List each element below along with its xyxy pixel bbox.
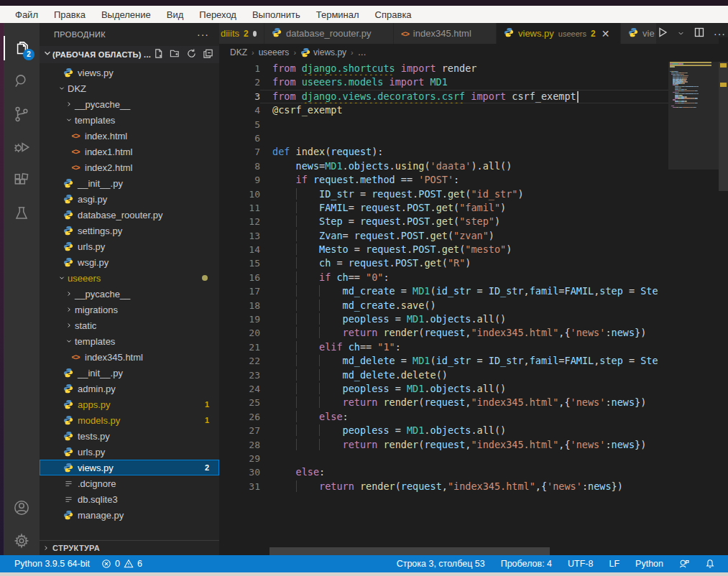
menu-item-Терминал[interactable]: Терминал bbox=[308, 8, 367, 22]
line-number[interactable]: 3 bbox=[219, 90, 260, 103]
code-line-18[interactable]: 18 md_create.save() bbox=[219, 299, 668, 312]
python-interpreter-status[interactable]: Python 3.9.5 64-bit bbox=[9, 559, 96, 569]
tree-file-index345.html[interactable]: <>index345.html bbox=[40, 349, 219, 365]
code-line-23[interactable]: 23 md_delete.delete() bbox=[219, 368, 668, 382]
code-line-11[interactable]: 11 FAMIL= request.POST.get("famil") bbox=[219, 201, 668, 215]
line-number[interactable]: 22 bbox=[219, 354, 260, 368]
tree-folder-templates[interactable]: templates bbox=[40, 333, 219, 349]
code-line-28[interactable]: 28 return render(request,"index345.html"… bbox=[219, 438, 668, 452]
minimap[interactable] bbox=[668, 62, 719, 547]
line-number[interactable]: 11 bbox=[219, 201, 260, 215]
activity-accounts[interactable] bbox=[4, 491, 40, 524]
code-line-14[interactable]: 14 Mesto = request.POST.get("mesto") bbox=[219, 243, 668, 256]
tree-file-index1.html[interactable]: <>index1.html bbox=[40, 144, 219, 159]
indentation-status[interactable]: Пробелов: 4 bbox=[495, 559, 558, 569]
menu-item-Файл[interactable]: Файл bbox=[7, 8, 46, 22]
tree-file-database_roouter.py[interactable]: database_roouter.py bbox=[40, 207, 219, 223]
tree-folder-templates[interactable]: templates bbox=[40, 112, 219, 128]
tree-folder-migrations[interactable]: migrations bbox=[40, 302, 219, 317]
code-line-20[interactable]: 20 return render(request,"index345.html"… bbox=[219, 326, 668, 340]
code-line-10[interactable]: 10 ID_str = request.POST.get("id_str") bbox=[219, 187, 668, 201]
cursor-position-status[interactable]: Строка 3, столбец 53 bbox=[391, 559, 491, 569]
menu-item-Выделение[interactable]: Выделение bbox=[93, 8, 159, 22]
line-number[interactable]: 5 bbox=[219, 118, 260, 131]
tree-file-settings.py[interactable]: settings.py bbox=[40, 223, 219, 238]
tab-views.py[interactable]: views.pyuseeers2✕ bbox=[497, 23, 621, 44]
more-actions-icon[interactable]: ··· bbox=[197, 29, 209, 40]
tree-file-models.py[interactable]: models.py1 bbox=[40, 412, 219, 428]
tree-folder-DKZ[interactable]: DKZ bbox=[40, 80, 219, 96]
activity-explorer[interactable]: 2 bbox=[4, 32, 40, 65]
code-line-27[interactable]: 27 peopless = MD1.objects.all() bbox=[219, 424, 668, 437]
line-number[interactable]: 28 bbox=[219, 438, 260, 452]
code-line-5[interactable]: 5 bbox=[219, 118, 668, 131]
line-number[interactable]: 8 bbox=[219, 159, 260, 173]
new-file-icon[interactable] bbox=[153, 48, 164, 62]
eol-status[interactable]: LF bbox=[603, 559, 625, 569]
tree-file-asgi.py[interactable]: asgi.py bbox=[40, 191, 219, 207]
outline-section-header[interactable]: СТРУКТУРА bbox=[40, 540, 219, 555]
code-line-13[interactable]: 13 Zvan= request.POST.get("zvan") bbox=[219, 229, 668, 243]
code-line-17[interactable]: 17 md_create = MD1(id_str = ID_str,famil… bbox=[219, 284, 668, 298]
code-line-9[interactable]: 9 if request.method == 'POST': bbox=[219, 173, 668, 187]
tree-folder-useeers[interactable]: useeers bbox=[40, 270, 219, 286]
code-line-12[interactable]: 12 Step = request.POST.get("step") bbox=[219, 215, 668, 228]
tree-file-admin.py[interactable]: admin.py bbox=[40, 381, 219, 396]
line-number[interactable]: 29 bbox=[219, 452, 260, 465]
line-number[interactable]: 2 bbox=[219, 75, 260, 89]
encoding-status[interactable]: UTF-8 bbox=[562, 559, 599, 569]
tree-file-.dcignore[interactable]: .dcignore bbox=[40, 475, 219, 491]
breadcrumb-item-…[interactable]: … bbox=[358, 47, 367, 57]
tab-database_roouter.py[interactable]: database_roouter.py bbox=[264, 23, 394, 44]
notifications-bell-icon[interactable] bbox=[699, 559, 721, 569]
activity-run-debug[interactable] bbox=[4, 131, 40, 164]
line-number[interactable]: 10 bbox=[219, 187, 260, 201]
menu-item-Справка[interactable]: Справка bbox=[367, 8, 420, 22]
line-number[interactable]: 21 bbox=[219, 340, 260, 354]
code-line-8[interactable]: 8 news=MD1.objects.using('daata').all() bbox=[219, 159, 668, 173]
code-line-29[interactable]: 29 bbox=[219, 452, 668, 465]
line-number[interactable]: 25 bbox=[219, 396, 260, 409]
line-number[interactable]: 7 bbox=[219, 145, 260, 159]
line-number[interactable]: 16 bbox=[219, 271, 260, 284]
code-line-15[interactable]: 15 ch = request.POST.get("R") bbox=[219, 256, 668, 270]
tree-folder-__pycache__[interactable]: __pycache__ bbox=[40, 286, 219, 302]
line-number[interactable]: 14 bbox=[219, 243, 260, 256]
tab-close-icon[interactable]: ✕ bbox=[602, 28, 610, 40]
line-number[interactable]: 20 bbox=[219, 326, 260, 340]
activity-testing[interactable] bbox=[4, 197, 40, 230]
language-mode-status[interactable]: Python bbox=[630, 559, 669, 569]
tree-file-apps.py[interactable]: apps.py1 bbox=[40, 396, 219, 412]
problems-status[interactable]: 0 6 bbox=[96, 559, 148, 569]
line-number[interactable]: 13 bbox=[219, 229, 260, 243]
workspace-section-header[interactable]: (РАБОЧАЯ ОБЛАСТЬ) ... bbox=[40, 46, 219, 63]
line-number[interactable]: 18 bbox=[219, 299, 260, 312]
code-line-7[interactable]: 7def index(request): bbox=[219, 145, 668, 159]
code-line-25[interactable]: 25 return render(request,"index345.html"… bbox=[219, 396, 668, 409]
code-line-30[interactable]: 30 else: bbox=[219, 465, 668, 479]
activity-extensions[interactable] bbox=[4, 164, 40, 197]
tree-file-index2.html[interactable]: <>index2.html bbox=[40, 159, 219, 175]
code-editor[interactable]: 1from django.shortcuts import render2fro… bbox=[219, 60, 668, 547]
line-number[interactable]: 30 bbox=[219, 465, 260, 479]
code-line-6[interactable]: 6 bbox=[219, 131, 668, 145]
split-editor-button[interactable] bbox=[694, 27, 705, 41]
tree-file-views.py[interactable]: views.py2 bbox=[40, 460, 219, 475]
tree-file-views.py[interactable]: views.py bbox=[40, 65, 219, 80]
line-number[interactable]: 6 bbox=[219, 131, 260, 145]
run-button[interactable] bbox=[657, 27, 668, 41]
tree-file-index.html[interactable]: <>index.html bbox=[40, 128, 219, 144]
line-number[interactable]: 1 bbox=[219, 62, 260, 75]
code-line-19[interactable]: 19 peopless = MD1.objects.all() bbox=[219, 312, 668, 326]
vertical-scrollbar[interactable] bbox=[719, 62, 728, 191]
menu-item-Правка[interactable]: Правка bbox=[46, 8, 93, 22]
code-line-31[interactable]: 31 return render(request,"index345.html"… bbox=[219, 480, 668, 493]
code-line-24[interactable]: 24 peopless = MD1.objects.all() bbox=[219, 382, 668, 396]
tab-diiits[interactable]: diiits2 bbox=[219, 23, 264, 44]
breadcrumb-item-views.py[interactable]: views.py bbox=[313, 47, 346, 57]
menu-item-Переход[interactable]: Переход bbox=[191, 8, 244, 22]
activity-search[interactable] bbox=[4, 65, 40, 98]
breadcrumb-item-useeers[interactable]: useeers bbox=[259, 47, 290, 57]
line-number[interactable]: 27 bbox=[219, 424, 260, 437]
code-line-3[interactable]: 3from django.views.decorators.csrf impor… bbox=[219, 90, 668, 103]
